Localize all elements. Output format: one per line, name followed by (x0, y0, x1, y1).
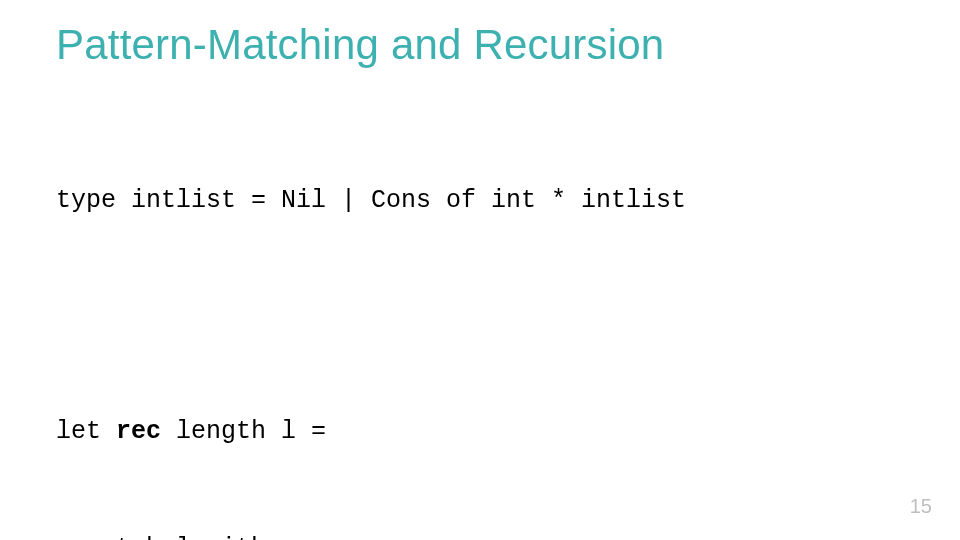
slide: Pattern-Matching and Recursion type intl… (0, 0, 960, 540)
code-line-letrec: let rec length l = (56, 413, 904, 452)
code-block: type intlist = Nil | Cons of int * intli… (56, 104, 904, 540)
slide-title: Pattern-Matching and Recursion (56, 22, 904, 68)
code-line-typedef: type intlist = Nil | Cons of int * intli… (56, 182, 904, 221)
code-kw-rec: rec (116, 417, 161, 446)
code-kw-let: let (56, 417, 116, 446)
code-blank-line (56, 298, 904, 336)
code-line-match: match l with (56, 530, 904, 540)
page-number: 15 (910, 495, 932, 518)
code-fn-sig: length l = (161, 417, 326, 446)
